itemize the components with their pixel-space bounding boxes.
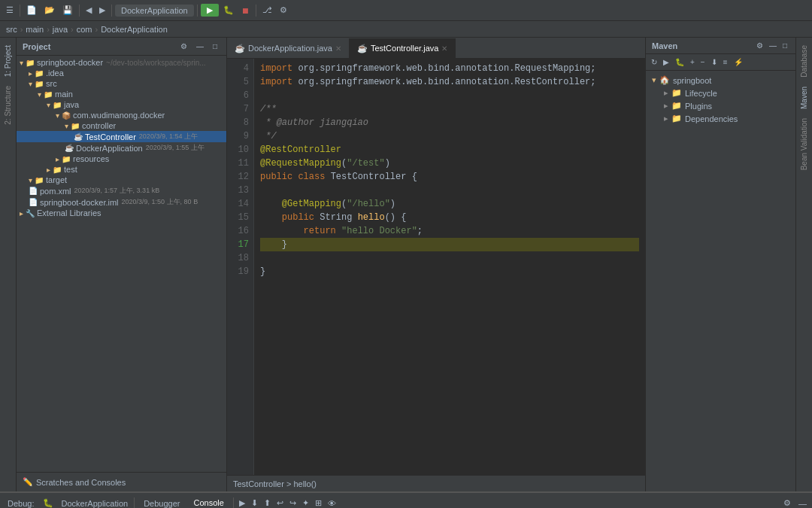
code-line: public String hello() { [260, 211, 639, 224]
project-minimize-icon[interactable]: — [193, 41, 207, 52]
project-vtab[interactable]: 1: Project [2, 41, 14, 81]
maven-lifecycle[interactable]: ▸ 📁 Lifecycle [649, 87, 792, 99]
tree-meta: 2020/3/9, 1:50 上午, 80 B [122, 197, 198, 207]
tree-ext-libs[interactable]: ▸ 🔧 External Libraries [17, 208, 226, 218]
maven-reload-icon[interactable]: ↻ [649, 57, 659, 67]
tree-java[interactable]: ▾ 📁 java [17, 99, 226, 110]
run-to-cursor-icon[interactable]: ↪ [287, 497, 298, 508]
frames-icon[interactable]: ⊞ [313, 497, 324, 508]
resume-icon[interactable]: ▶ [237, 497, 247, 508]
line-numbers: 4 5 6 7 8 9 10 11 12 13 14 15 16 17 18 1… [227, 59, 254, 475]
tree-test-controller[interactable]: ☕ TestController 2020/3/9, 1:54 上午 [17, 131, 226, 142]
tree-src[interactable]: ▾ 📁 src [17, 78, 226, 89]
debug-label: Debug: [3, 499, 38, 508]
git-button[interactable]: ⎇ [259, 4, 275, 17]
tab-label: TestController.java [371, 44, 439, 53]
code-line: @RequestMapping("/test") [260, 157, 639, 170]
structure-vtab[interactable]: 2: Structure [2, 81, 14, 129]
breadcrumb-item[interactable]: DockerApplication [101, 25, 168, 34]
project-selector[interactable]: DockerApplication [115, 5, 194, 17]
project-settings-icon[interactable]: ⚙ [177, 41, 190, 52]
settings-button[interactable]: ⚙ [277, 4, 290, 17]
breadcrumb-item[interactable]: src [6, 25, 17, 34]
close-icon[interactable]: ✕ [335, 44, 341, 53]
debug-button[interactable]: 🐛 [220, 4, 237, 17]
maven-debug-icon[interactable]: 🐛 [673, 57, 686, 67]
new-file-button[interactable]: 📄 [23, 4, 40, 17]
scratches-consoles[interactable]: ✏️ Scratches and Consoles [23, 476, 220, 488]
tree-label: pom.xml [40, 187, 71, 196]
maven-minimize-icon[interactable]: — [767, 41, 779, 50]
main-layout: 1: Project 2: Structure Project ⚙ — □ ▾ … [0, 38, 812, 491]
tree-idea[interactable]: ▸ 📁 .idea [17, 68, 226, 78]
maven-label: springboot [673, 76, 711, 85]
stop-button[interactable]: ⏹ [238, 5, 253, 17]
chevron-down-icon: ▾ [29, 80, 32, 88]
tree-root[interactable]: ▾ 📁 springboot-docker ~/dev-tools/worksp… [17, 57, 226, 68]
close-icon[interactable]: ✕ [441, 44, 447, 53]
maven-settings-icon[interactable]: ⚙ [754, 41, 765, 50]
tab-label: DockerApplication.java [248, 44, 332, 53]
debug-close-icon[interactable]: — [796, 497, 809, 509]
tab-docker-application[interactable]: ☕ DockerApplication.java ✕ [227, 38, 350, 58]
tree-target[interactable]: ▾ 📁 target [17, 175, 226, 185]
breadcrumb-item[interactable]: java [53, 25, 68, 34]
console-tab[interactable]: Console [187, 496, 229, 509]
maven-remove-icon[interactable]: − [698, 57, 707, 67]
project-expand-icon[interactable]: □ [210, 41, 220, 52]
bean-validation-vtab[interactable]: Bean Validation [798, 114, 810, 175]
maven-add-icon[interactable]: + [688, 57, 697, 67]
maven-vtab[interactable]: Maven [798, 82, 810, 114]
code-editor[interactable]: import org.springframework.web.bind.anno… [254, 59, 645, 475]
forward-button[interactable]: ▶ [96, 4, 108, 17]
maven-run-icon[interactable]: ▶ [661, 57, 671, 67]
tree-package[interactable]: ▾ 📦 com.wudimanong.docker [17, 110, 226, 120]
maven-expand-icon[interactable]: □ [780, 41, 789, 50]
tree-label: controller [82, 121, 116, 130]
editor-tabs: ☕ DockerApplication.java ✕ ☕ TestControl… [227, 38, 645, 59]
maven-root[interactable]: ▾ 🏠 springboot [649, 74, 792, 87]
step-over-icon[interactable]: ⬇ [249, 497, 260, 508]
code-line: */ [260, 129, 639, 143]
breadcrumb-item[interactable]: main [26, 25, 44, 34]
run-button[interactable]: ▶ [201, 4, 219, 17]
maven-download-icon[interactable]: ⬇ [709, 57, 720, 67]
database-vtab[interactable]: Database [798, 41, 810, 82]
maven-dependencies[interactable]: ▸ 📁 Dependencies [649, 112, 792, 125]
step-into-icon[interactable]: ⬆ [262, 497, 273, 508]
watch-icon[interactable]: 👁 [326, 497, 338, 509]
breadcrumb-item[interactable]: com [77, 25, 92, 34]
tree-resources[interactable]: ▸ 📁 resources [17, 154, 226, 164]
tree-docker-app[interactable]: ☕ DockerApplication 2020/3/9, 1:55 上午 [17, 142, 226, 154]
open-button[interactable]: 📂 [41, 4, 58, 17]
lib-folder-icon: 🔧 [26, 209, 35, 217]
debug-tab-group: Debug: 🐛 DockerApplication Debugger Cons… [3, 496, 338, 509]
code-line [260, 251, 639, 265]
tree-controller-folder[interactable]: ▾ 📁 controller [17, 120, 226, 131]
step-out-icon[interactable]: ↩ [274, 497, 286, 508]
iml-file-icon: 📄 [29, 198, 38, 206]
chevron-right-icon: ▸ [56, 155, 59, 163]
tab-test-controller[interactable]: ☕ TestController.java ✕ [350, 38, 456, 58]
debug-settings-icon[interactable]: ⚙ [781, 497, 793, 508]
maven-plugins[interactable]: ▸ 📁 Plugins [649, 99, 792, 112]
evaluate-icon[interactable]: ✦ [300, 497, 311, 508]
chevron-right-icon: ▸ [664, 114, 668, 123]
separator [20, 5, 20, 17]
debugger-tab[interactable]: Debugger [138, 497, 186, 509]
tree-pom[interactable]: 📄 pom.xml 2020/3/9, 1:57 上午, 3.31 kB [17, 185, 226, 196]
chevron-down-icon: ▾ [29, 176, 32, 184]
tree-test[interactable]: ▸ 📁 test [17, 164, 226, 175]
file-tree: ▾ 📁 springboot-docker ~/dev-tools/worksp… [17, 56, 226, 472]
xml-file-icon: 📄 [29, 187, 38, 195]
maven-filter-icon[interactable]: ⚡ [732, 57, 745, 67]
tree-main[interactable]: ▾ 📁 main [17, 89, 226, 99]
code-line: } [260, 238, 639, 251]
scratches-label: Scratches and Consoles [36, 478, 126, 487]
tree-iml[interactable]: 📄 springboot-docker.iml 2020/3/9, 1:50 上… [17, 196, 226, 208]
back-button[interactable]: ◀ [83, 4, 95, 17]
maven-more-icon[interactable]: ≡ [721, 57, 730, 67]
menu-button[interactable]: ☰ [3, 4, 17, 17]
tree-label: target [46, 175, 67, 184]
save-button[interactable]: 💾 [59, 4, 76, 17]
